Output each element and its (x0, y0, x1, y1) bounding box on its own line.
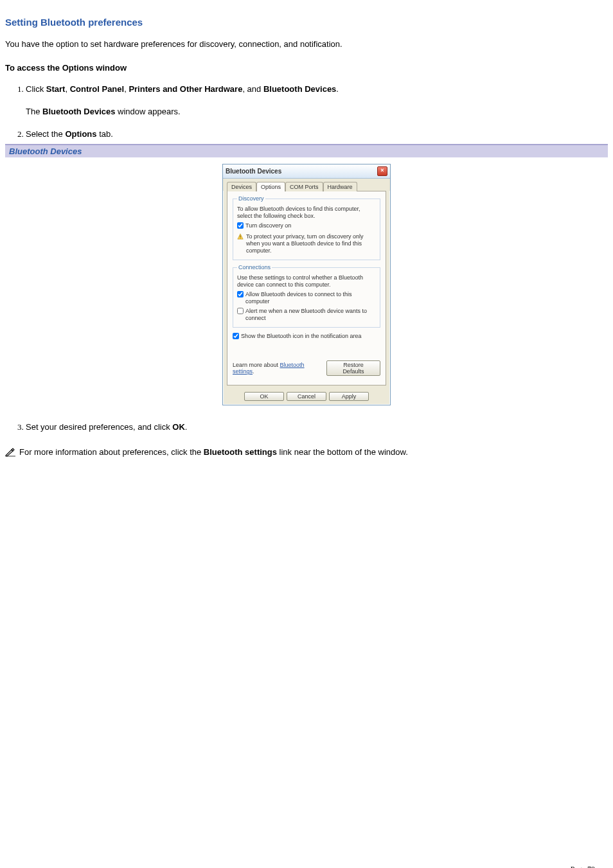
dialog-tabs: Devices Options COM Ports Hardware (223, 179, 390, 191)
connections-legend: Connections (237, 264, 272, 270)
step-1-printers: Printers and Other Hardware (129, 84, 242, 94)
discovery-text: To allow Bluetooth devices to find this … (237, 206, 376, 220)
allow-connect-checkbox[interactable]: Allow Bluetooth devices to connect to th… (237, 291, 376, 305)
tab-options[interactable]: Options (256, 182, 285, 191)
alert-new-device-checkbox[interactable]: Alert me when a new Bluetooth device wan… (237, 308, 376, 322)
show-icon-label: Show the Bluetooth icon in the notificat… (241, 333, 362, 340)
discovery-warning: To protect your privacy, turn on discove… (237, 233, 376, 254)
show-icon-checkbox[interactable]: Show the Bluetooth icon in the notificat… (233, 333, 362, 340)
access-heading: To access the Options window (5, 63, 608, 73)
discovery-group: Discovery To allow Bluetooth devices to … (233, 195, 380, 260)
step-1-desc-bold: Bluetooth Devices (42, 107, 115, 116)
ok-button[interactable]: OK (244, 392, 284, 401)
apply-button[interactable]: Apply (329, 392, 369, 401)
step-2-options: Options (65, 129, 96, 139)
learn-more-text: Learn more about Bluetooth settings. (233, 362, 326, 375)
step-3: Set your desired preferences, and click … (26, 422, 608, 432)
pencil-icon (5, 448, 17, 457)
dialog-titlebar: Bluetooth Devices × (223, 164, 390, 179)
close-icon[interactable]: × (377, 166, 387, 176)
warning-icon (237, 233, 244, 240)
note-text: For more information about preferences, … (19, 447, 408, 457)
tab-devices[interactable]: Devices (227, 182, 256, 191)
step-1-text: Click (26, 84, 46, 94)
step-1: Click Start, Control Panel, Printers and… (26, 84, 608, 116)
tab-hardware[interactable]: Hardware (323, 182, 357, 191)
cancel-button[interactable]: Cancel (287, 392, 326, 401)
restore-defaults-button[interactable]: Restore Defaults (326, 360, 380, 376)
connections-group: Connections Use these settings to contro… (233, 264, 380, 328)
step-1-start: Start (46, 84, 66, 94)
step-2: Select the Options tab. (26, 129, 608, 139)
allow-connect-input[interactable] (237, 291, 244, 297)
show-icon-input[interactable] (233, 333, 239, 339)
svg-rect-2 (240, 238, 241, 238)
allow-connect-label: Allow Bluetooth devices to connect to th… (245, 291, 376, 305)
tab-com-ports[interactable]: COM Ports (285, 182, 323, 191)
note-bold: Bluetooth settings (204, 447, 277, 457)
intro-text: You have the option to set hardware pref… (5, 39, 608, 49)
dialog-title: Bluetooth Devices (226, 168, 377, 175)
step-1-bluetooth-devices: Bluetooth Devices (263, 84, 336, 94)
step-1-control-panel: Control Panel (70, 84, 125, 94)
page-title: Setting Bluetooth preferences (5, 17, 608, 28)
discovery-legend: Discovery (237, 195, 265, 202)
connections-text: Use these settings to control whether a … (237, 274, 376, 288)
bluetooth-devices-banner: Bluetooth Devices (5, 144, 608, 157)
note-row: For more information about preferences, … (5, 447, 608, 457)
alert-new-device-input[interactable] (237, 308, 244, 314)
discovery-warning-text: To protect your privacy, turn on discove… (246, 233, 376, 254)
step-3-ok: OK (172, 422, 185, 432)
page-number: Page 79 (571, 865, 595, 868)
turn-discovery-on-input[interactable] (237, 222, 244, 229)
turn-discovery-on-label: Turn discovery on (245, 222, 291, 229)
turn-discovery-on-checkbox[interactable]: Turn discovery on (237, 222, 291, 229)
dialog-buttons: OK Cancel Apply (223, 389, 390, 405)
alert-new-device-label: Alert me when a new Bluetooth device wan… (245, 308, 376, 322)
dialog-body: Discovery To allow Bluetooth devices to … (227, 191, 386, 385)
svg-rect-1 (240, 235, 241, 237)
bluetooth-devices-dialog: Bluetooth Devices × Devices Options COM … (222, 164, 391, 405)
